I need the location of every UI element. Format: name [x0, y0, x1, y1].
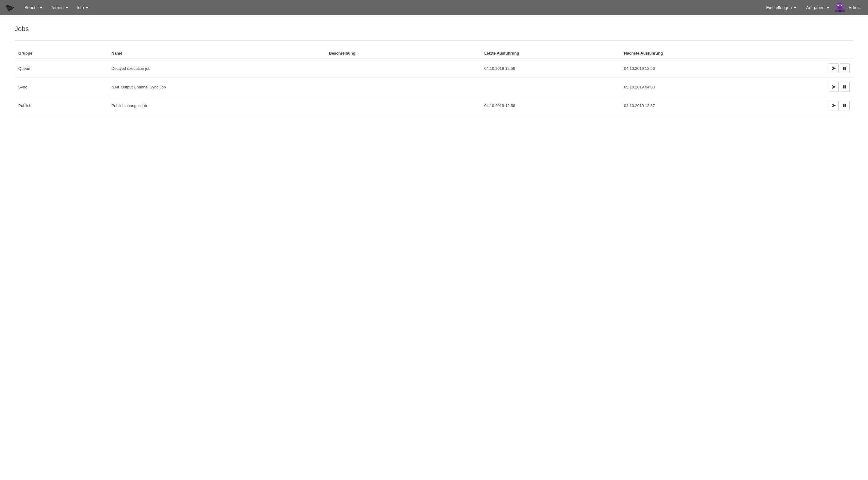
- cell-actions: [776, 96, 854, 115]
- table-row: QueueDelayed execution job04.10.2019 12:…: [14, 59, 854, 78]
- table-row: SyncNAK Output Channel Sync Job05.10.201…: [14, 78, 854, 96]
- pause-icon: [843, 66, 847, 70]
- chevron-down-icon: [66, 7, 68, 8]
- svg-rect-14: [839, 10, 841, 12]
- cell-gruppe: Publish: [14, 96, 108, 115]
- col-header-naechste: Nächste Ausführung: [620, 48, 776, 59]
- navbar: Bericht Termin Info Einstellungen Aufgab…: [0, 0, 868, 15]
- cell-naechste: 05.10.2019 04:00: [620, 78, 776, 96]
- run-icon: [832, 103, 836, 108]
- svg-rect-12: [835, 10, 839, 12]
- cell-actions: [776, 78, 854, 96]
- brand-logo[interactable]: [4, 2, 14, 13]
- svg-rect-15: [837, 5, 839, 6]
- svg-marker-2: [5, 6, 6, 7]
- svg-rect-8: [836, 4, 844, 5]
- table-body: QueueDelayed execution job04.10.2019 12:…: [14, 59, 854, 115]
- svg-rect-25: [845, 104, 846, 107]
- jobs-table: Gruppe Name Beschreibung Letzte Ausführu…: [14, 48, 854, 115]
- svg-marker-17: [832, 66, 836, 70]
- cell-naechste: 04.10.2019 12:56: [620, 59, 776, 78]
- col-header-letzte: Letzte Ausführung: [480, 48, 620, 59]
- page-title: Jobs: [14, 25, 854, 33]
- run-button[interactable]: [829, 82, 839, 92]
- avatar-icon: [835, 2, 845, 12]
- chevron-down-icon: [40, 7, 42, 8]
- svg-rect-10: [837, 7, 842, 8]
- svg-rect-11: [836, 8, 844, 10]
- nav-right: Einstellungen Aufgaben A: [763, 2, 864, 13]
- table-header-row: Gruppe Name Beschreibung Letzte Ausführu…: [14, 48, 854, 59]
- cell-letzte: 04.10.2019 12:56: [480, 59, 620, 78]
- col-header-beschreibung: Beschreibung: [326, 48, 480, 59]
- nav-aufgaben[interactable]: Aufgaben: [802, 3, 833, 12]
- admin-label[interactable]: Admin: [847, 3, 864, 12]
- pause-button[interactable]: [840, 82, 850, 92]
- cell-gruppe: Sync: [14, 78, 108, 96]
- brand-icon: [4, 2, 14, 13]
- col-header-actions: [776, 48, 854, 59]
- pause-button[interactable]: [840, 101, 850, 110]
- svg-rect-22: [845, 85, 846, 89]
- avatar[interactable]: [835, 2, 845, 13]
- pause-icon: [843, 85, 847, 89]
- nav-bericht[interactable]: Bericht: [21, 3, 46, 12]
- run-icon: [832, 66, 836, 70]
- cell-beschreibung: [326, 59, 480, 78]
- svg-rect-16: [841, 5, 842, 6]
- svg-rect-9: [836, 5, 844, 7]
- cell-name: Publish changes job: [108, 96, 326, 115]
- nav-termin[interactable]: Termin: [47, 3, 72, 12]
- cell-beschreibung: [326, 96, 480, 115]
- nav-links: Bericht Termin Info: [21, 3, 763, 12]
- pause-icon: [843, 103, 847, 108]
- run-button[interactable]: [829, 63, 839, 73]
- pause-button[interactable]: [840, 63, 850, 73]
- cell-actions: [776, 59, 854, 78]
- svg-rect-13: [841, 10, 845, 12]
- svg-rect-7: [837, 2, 842, 4]
- svg-point-1: [6, 5, 9, 7]
- cell-name: Delayed execution job: [108, 59, 326, 78]
- cell-letzte: [480, 78, 620, 96]
- main-content: Jobs Gruppe Name Beschreibung Letzte Aus…: [0, 15, 868, 480]
- run-icon: [832, 85, 836, 89]
- col-header-name: Name: [108, 48, 326, 59]
- cell-name: NAK Output Channel Sync Job: [108, 78, 326, 96]
- svg-rect-19: [845, 67, 846, 70]
- svg-line-5: [8, 10, 8, 11]
- cell-naechste: 04.10.2019 12:57: [620, 96, 776, 115]
- svg-rect-21: [843, 85, 844, 89]
- svg-rect-24: [843, 104, 844, 107]
- cell-letzte: 04.10.2019 12:56: [480, 96, 620, 115]
- svg-rect-18: [843, 67, 844, 70]
- table-header: Gruppe Name Beschreibung Letzte Ausführu…: [14, 48, 854, 59]
- nav-info[interactable]: Info: [73, 3, 92, 12]
- cell-beschreibung: [326, 78, 480, 96]
- svg-marker-23: [832, 104, 836, 107]
- run-button[interactable]: [829, 101, 839, 110]
- svg-marker-20: [832, 85, 836, 89]
- table-row: PublishPublish changes job04.10.2019 12:…: [14, 96, 854, 115]
- nav-einstellungen[interactable]: Einstellungen: [763, 3, 800, 12]
- col-header-gruppe: Gruppe: [14, 48, 108, 59]
- chevron-down-icon: [86, 7, 88, 8]
- cell-gruppe: Queue: [14, 59, 108, 78]
- chevron-down-icon: [827, 7, 829, 8]
- chevron-down-icon: [794, 7, 796, 8]
